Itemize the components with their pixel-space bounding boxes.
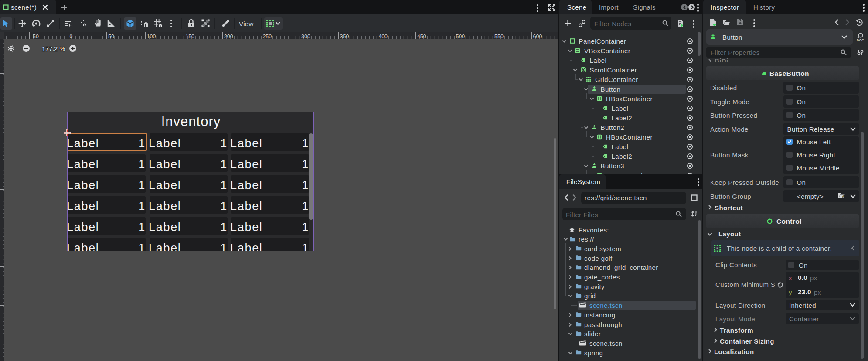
svg-text:DOC: DOC [857,38,864,42]
